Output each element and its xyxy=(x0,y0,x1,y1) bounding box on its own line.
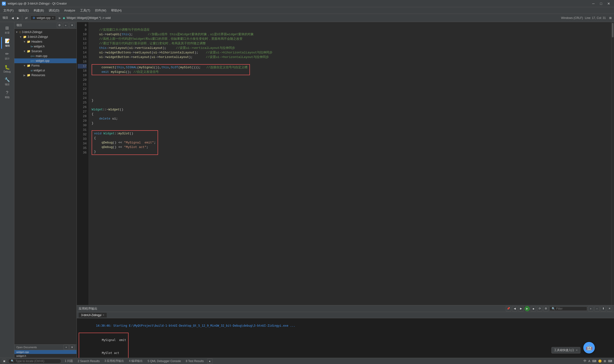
ime-icon-5: ⌨ xyxy=(608,359,612,363)
menu-item-b[interactable]: 构建(B) xyxy=(31,7,46,14)
line-8: //实现窗口大小调整与子控件自适应 xyxy=(92,28,150,32)
sidebar-welcome[interactable]: ⊞ 欢迎 xyxy=(1,24,13,36)
minimize-button[interactable]: ─ xyxy=(590,1,597,6)
chat-bot-button[interactable]: 🤖 xyxy=(583,342,595,353)
menu-item-h[interactable]: 帮助(H) xyxy=(109,7,124,14)
tree-item-headers[interactable]: ▼ 📁 Headers xyxy=(14,39,77,44)
line-col-label: Line: 17, Col: 31 xyxy=(585,16,606,20)
tree-label-widget-ui: widget.ui xyxy=(34,69,45,72)
tree-item-project-root[interactable]: ▼ □ 3-btnUI-Zidingyi xyxy=(14,30,77,35)
bottom-pin-btn[interactable]: 📌 xyxy=(506,306,511,311)
status-tab-5[interactable]: 5 QML Debugger Console xyxy=(146,359,182,363)
sidebar-help[interactable]: ? 帮助 xyxy=(1,89,13,101)
window-controls: ─ □ ✕ xyxy=(590,1,612,6)
status-tab-2[interactable]: 2 Search Results xyxy=(76,359,101,363)
bottom-tab-project[interactable]: 3-btnUI-Zidingyi ✕ xyxy=(79,313,107,318)
close-button[interactable]: ✕ xyxy=(605,1,612,6)
menu-item-e[interactable]: 编辑(E) xyxy=(16,7,31,14)
sync-btn[interactable]: ⇄ xyxy=(24,15,29,20)
toolbar: 项目 ◀ ▶ ⇄ ⚙ widget.cpp ✕ ▶ ◆ Widget::Widg… xyxy=(0,14,614,22)
tree-item-sources[interactable]: ▼ 📁 Sources xyxy=(14,49,77,54)
design-icon: ✏ xyxy=(5,51,9,56)
sidebar-design[interactable]: ✏ 设计 xyxy=(1,50,13,62)
expand-btn[interactable]: ⊞ xyxy=(608,15,613,20)
add-doc-btn[interactable]: + xyxy=(63,23,68,28)
editor-scrollbar[interactable] xyxy=(611,22,614,305)
code-content[interactable]: //实现窗口大小调整与子控件自适应 ui->setupUi(this); //加… xyxy=(89,22,611,305)
expand-icon: ▼ xyxy=(15,31,18,34)
open-doc-widget-cpp[interactable]: widget.cpp xyxy=(14,350,77,354)
menu-item-f[interactable]: 文件(F) xyxy=(1,7,16,14)
status-tab-1[interactable]: 1 问题 xyxy=(63,359,74,363)
search-input[interactable] xyxy=(15,359,59,363)
tree-item-resources[interactable]: ▶ 📁 Resources xyxy=(14,73,77,78)
project-label: 项目 xyxy=(2,16,8,20)
filter-btn[interactable]: ⚙ xyxy=(57,23,62,28)
back-btn[interactable]: ◀ xyxy=(10,15,15,20)
output-remove-btn[interactable]: − xyxy=(594,306,600,311)
forms-folder-icon: 📁 xyxy=(27,64,30,67)
maximize-button[interactable]: □ xyxy=(598,1,604,6)
close-output-btn[interactable]: ✕ xyxy=(607,306,612,311)
expand-headers-icon: ▼ xyxy=(23,40,26,43)
file-tree-title: 项目 xyxy=(16,23,22,27)
bottom-restart-btn[interactable]: ⟳ xyxy=(537,306,542,311)
menu-item-w[interactable]: 控件(W) xyxy=(93,7,109,14)
tree-item-project[interactable]: ▼ 📁 3-btnUI-Zidingyi xyxy=(14,35,77,39)
status-tab-4[interactable]: 4 编译输出 xyxy=(127,359,144,363)
bottom-prev-btn[interactable]: ◀ xyxy=(512,306,517,311)
status-toggle-btn[interactable]: ▣ xyxy=(2,359,6,363)
status-expand-btn[interactable]: ▲ xyxy=(207,359,212,364)
status-tab-8[interactable]: 8 Test Results xyxy=(184,359,205,363)
toolbox-close-icon[interactable]: ✕ xyxy=(576,349,578,352)
tree-item-widget-cpp[interactable]: c++ widget.cpp xyxy=(14,58,77,63)
line-25: Widget::~Widget() xyxy=(92,108,124,111)
toolbox-btn[interactable]: 工具箱快捷入口 ✕ xyxy=(551,347,580,353)
code-editor[interactable]: 8 9 10 11 12 13 14 15 16 17 18 19 20 21 … xyxy=(77,22,614,305)
toolbar-separator xyxy=(22,15,22,20)
sidebar-edit[interactable]: 📝 编辑 xyxy=(1,37,13,49)
tree-item-main-cpp[interactable]: c++ main.cpp xyxy=(14,54,77,58)
output-add-btn[interactable]: + xyxy=(588,306,593,311)
close-tree-btn[interactable]: ✕ xyxy=(69,23,75,28)
toolbar-project-btn[interactable]: 项目 xyxy=(1,15,10,21)
widget-cpp-icon: c++ xyxy=(31,60,35,62)
breadcrumb-separator: ▶ xyxy=(59,16,61,20)
tree-label-widget-cpp: widget.cpp xyxy=(36,59,49,63)
menu-item-t[interactable]: 工具(T) xyxy=(78,7,93,14)
line-11: //通过下面这行代码进行显示说明，让窗口变化时，布局及其子控件随之调整 xyxy=(92,42,206,45)
expand-sources-icon: ▼ xyxy=(23,50,26,53)
sidebar-project[interactable]: 🔧 项目 xyxy=(1,76,13,88)
open-docs-add-btn[interactable]: + xyxy=(64,345,69,350)
line-13: ui->widgetButtons->setLayout(ui->hlhoriz… xyxy=(92,51,272,54)
expand-output-btn[interactable]: ⬆ xyxy=(600,306,606,311)
file-tab-close[interactable]: ✕ xyxy=(52,16,54,19)
bottom-tab-close[interactable]: ✕ xyxy=(102,314,104,316)
line-23: } xyxy=(92,99,94,102)
status-bar: ▣ 🔍 1 问题 2 Search Results 3 应用程序输出 4 编译输… xyxy=(0,358,614,364)
ime-icon-4: ⊞ xyxy=(604,359,606,363)
line-30-34-box: void Widget::mySlot() { qDebug() << "MyS… xyxy=(92,150,158,154)
project-icon: 🔧 xyxy=(5,77,10,82)
bottom-run-btn[interactable]: ▶ xyxy=(525,306,530,311)
forward-btn[interactable]: ▶ xyxy=(15,15,21,20)
line-numbers: 8 9 10 11 12 13 14 15 16 17 18 19 20 21 … xyxy=(77,22,89,305)
bottom-tabs: 3-btnUI-Zidingyi ✕ xyxy=(77,312,614,318)
status-search: 🔍 xyxy=(8,359,61,364)
status-tab-3[interactable]: 3 应用程序输出 xyxy=(103,359,126,363)
bottom-stop-btn[interactable]: ■ xyxy=(531,306,536,311)
menu-item-d[interactable]: 调试(D) xyxy=(46,7,62,14)
menu-item-analyze[interactable]: Analyze xyxy=(62,8,77,13)
open-doc-widget-h[interactable]: widget.h xyxy=(14,354,77,358)
sidebar-icons: ⊞ 欢迎 📝 编辑 ✏ 设计 🐛 Debug 🔧 项目 ? 帮助 xyxy=(0,22,14,358)
tree-item-forms[interactable]: ▼ 📁 Forms xyxy=(14,63,77,68)
file-tree-header: 项目 ⚙ + ✕ xyxy=(14,22,77,29)
bottom-next-btn[interactable]: ▶ xyxy=(518,306,524,311)
tree-item-widget-h[interactable]: h• widget.h xyxy=(14,44,77,49)
output-filter-input[interactable] xyxy=(556,307,585,310)
tree-item-widget-ui[interactable]: ui widget.ui xyxy=(14,68,77,73)
sidebar-debug[interactable]: 🐛 Debug xyxy=(1,63,13,75)
help-label: 帮助 xyxy=(5,96,10,99)
open-docs-close-btn[interactable]: ✕ xyxy=(69,345,75,350)
bottom-settings-btn[interactable]: ⚙ xyxy=(543,306,548,311)
